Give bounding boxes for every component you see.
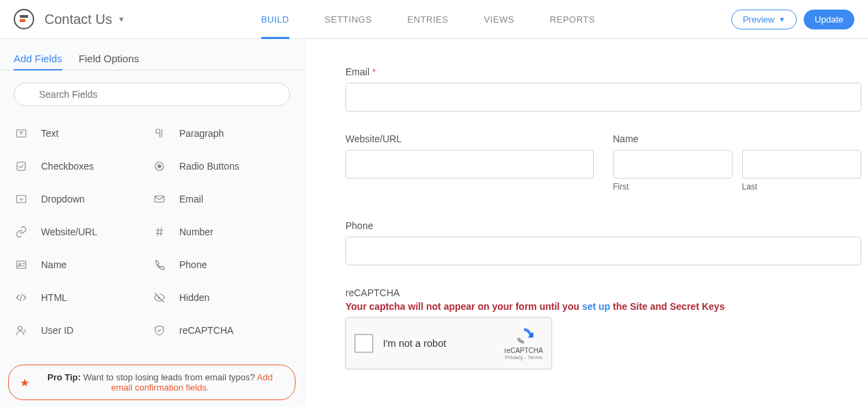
recaptcha-label: reCAPTCHA [345,287,861,298]
header: Contact Us ▼ BUILD SETTINGS ENTRIES VIEW… [0,0,868,39]
form-field-recaptcha[interactable]: reCAPTCHA Your captcha will not appear o… [345,287,861,369]
recaptcha-icon [513,326,535,345]
user-icon [14,323,29,338]
nav-build[interactable]: BUILD [244,0,307,38]
phone-label: Phone [345,220,861,231]
header-actions: Preview ▼ Update [731,10,854,29]
captcha-setup-link[interactable]: set up [582,301,610,312]
nav-settings[interactable]: SETTINGS [307,0,390,38]
field-paragraph[interactable]: Paragraph [152,117,290,150]
field-label: Checkboxes [41,161,94,172]
recaptcha-checkbox[interactable] [354,334,373,353]
website-input[interactable] [345,150,594,179]
warning-post: the Site and Secret Keys [610,301,724,312]
protip-text: Want to stop losing leads from email typ… [83,372,255,382]
form-title-dropdown[interactable]: Contact Us ▼ [44,12,125,27]
chevron-down-icon: ▼ [118,15,125,23]
name-fields: First Last [613,150,861,192]
name-first-wrap: First [613,150,733,192]
field-url[interactable]: Website/URL [14,215,152,248]
field-dropdown[interactable]: Dropdown [14,183,152,215]
name-label: Name [613,133,861,144]
html-icon [14,290,29,305]
protip-banner: ★ Pro Tip: Want to stop losing leads fro… [8,365,295,400]
field-email[interactable]: Email [152,183,290,215]
field-label: HTML [41,292,67,303]
main-nav: BUILD SETTINGS ENTRIES VIEWS REPORTS [244,0,613,38]
svg-rect-7 [155,196,164,202]
form-row-two-col: Website/URL Name First Last [345,133,861,192]
sidebar-tabs: Add Fields Field Options [0,39,304,70]
sidebar: Add Fields Field Options Text Paragraph … [0,39,304,407]
field-label: Dropdown [41,194,85,205]
protip-content: Pro Tip: Want to stop losing leads from … [36,372,284,393]
field-recaptcha[interactable]: reCAPTCHA [152,314,290,347]
svg-rect-3 [17,162,25,170]
required-indicator: * [372,66,376,77]
field-label: Phone [179,259,207,270]
field-userid[interactable]: User ID [14,314,152,347]
field-label: Radio Buttons [179,161,239,172]
text-icon [14,126,29,141]
star-icon: ★ [20,376,29,389]
preview-label: Preview [743,14,774,25]
form-field-name[interactable]: Name First Last [613,133,861,192]
main: Add Fields Field Options Text Paragraph … [0,39,868,407]
field-hidden[interactable]: Hidden [152,281,290,314]
name-last-wrap: Last [742,150,862,192]
app-logo[interactable] [14,9,34,29]
hidden-icon [152,290,167,305]
name-icon [14,257,29,272]
form-title-text: Contact Us [44,12,112,27]
field-text[interactable]: Text [14,117,152,150]
first-name-input[interactable] [613,150,733,179]
field-radio[interactable]: Radio Buttons [152,150,290,183]
protip-label: Pro Tip: [47,372,81,382]
phone-input[interactable] [345,237,861,265]
field-label: reCAPTCHA [179,325,233,336]
paragraph-icon [152,126,167,141]
search-input[interactable] [14,83,290,106]
form-canvas: Email * Website/URL Name First Last [304,39,868,407]
nav-reports[interactable]: REPORTS [532,0,613,38]
field-name[interactable]: Name [14,248,152,281]
fields-grid: Text Paragraph Checkboxes Radio Buttons … [0,113,304,351]
email-icon [152,192,167,207]
field-label: Name [41,259,66,270]
nav-views[interactable]: VIEWS [466,0,531,38]
field-label: Email [179,194,203,205]
tab-field-options[interactable]: Field Options [79,47,139,70]
shield-icon [152,323,167,338]
recaptcha-logo: reCAPTCHA Privacy - Terms [504,326,543,360]
field-html[interactable]: HTML [14,281,152,314]
form-field-email[interactable]: Email * [345,66,861,111]
svg-rect-6 [16,196,26,203]
field-checkboxes[interactable]: Checkboxes [14,150,152,183]
field-label: Website/URL [41,226,97,237]
recaptcha-widget[interactable]: I'm not a robot reCAPTCHA Privacy - Term… [345,317,552,369]
field-phone[interactable]: Phone [152,248,290,281]
svg-point-5 [158,165,161,168]
email-label: Email * [345,66,861,77]
field-label: User ID [41,325,73,336]
nav-entries[interactable]: ENTRIES [390,0,466,38]
preview-button[interactable]: Preview ▼ [731,10,797,29]
phone-icon [152,257,167,272]
email-input[interactable] [345,83,861,111]
tab-add-fields[interactable]: Add Fields [14,47,62,70]
field-label: Number [179,226,213,237]
radio-icon [152,159,167,174]
search-container [0,70,304,113]
form-field-website[interactable]: Website/URL [345,133,594,192]
field-number[interactable]: Number [152,215,290,248]
link-icon [14,224,29,239]
last-sublabel: Last [742,182,862,192]
form-field-phone[interactable]: Phone [345,220,861,265]
recaptcha-text: I'm not a robot [383,338,504,349]
svg-point-9 [18,263,21,265]
last-name-input[interactable] [742,150,862,179]
number-icon [152,224,167,239]
svg-rect-8 [16,261,26,269]
update-button[interactable]: Update [804,10,854,29]
chevron-down-icon: ▼ [778,16,785,23]
